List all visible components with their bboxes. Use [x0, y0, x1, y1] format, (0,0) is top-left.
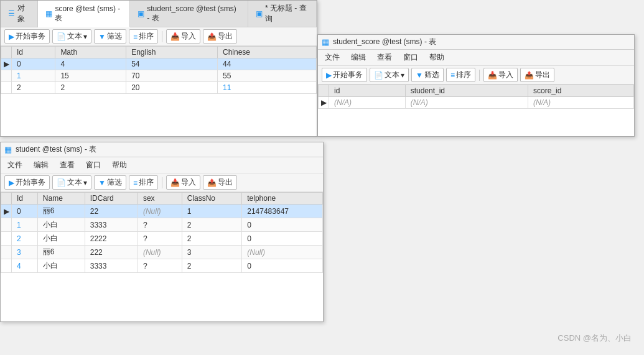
st-export-label: 导出 [218, 177, 233, 188]
ss-filter-label: 筛选 [424, 70, 439, 80]
cell-score-id: (N/A) [528, 97, 633, 109]
row-pointer: ▶ [1, 58, 12, 70]
cell-name: 小白 [37, 218, 85, 232]
row-pointer [1, 259, 12, 273]
score-table: Id Math English Chinese ▶ 0 4 54 44 1 1 [1, 46, 317, 94]
menu-file-ss[interactable]: 文件 [323, 52, 342, 63]
start-tx-label: 开始事务 [16, 31, 45, 42]
st-text-button[interactable]: 📄 文本 ▾ [52, 175, 91, 190]
export-button[interactable]: 📤 导出 [203, 29, 237, 44]
col-score-id[interactable]: score_id [528, 85, 633, 97]
table-row[interactable]: 1 15 70 55 [1, 70, 317, 82]
ss-toolbar-sep [479, 70, 480, 81]
st-export-button[interactable]: 📤 导出 [203, 175, 237, 190]
ss-text-dropdown-icon: ▾ [401, 71, 404, 80]
row-pointer: ▶ [1, 205, 12, 218]
text-dropdown-icon: ▾ [83, 32, 87, 41]
ss-text-icon: 📄 [374, 71, 383, 80]
start-tx-button[interactable]: ▶ 开始事务 [4, 29, 50, 44]
cell-sex: (Null) [138, 205, 182, 218]
ss-sort-button[interactable]: ≡ 排序 [446, 68, 475, 82]
cell-classno: 2 [182, 259, 242, 273]
filter-button[interactable]: ▼ 筛选 [94, 29, 126, 44]
col-telphone[interactable]: telphone [242, 193, 323, 205]
menu-help-st[interactable]: 帮助 [110, 159, 129, 171]
menu-view-st[interactable]: 查看 [58, 159, 77, 171]
cell-telphone: (Null) [242, 246, 323, 259]
export-icon: 📤 [207, 32, 217, 41]
cell-idcard: 2222 [85, 232, 138, 246]
table-row[interactable]: 1 小白 3333 ? 2 0 [1, 218, 323, 232]
text-label: 文本 [67, 31, 82, 42]
ss-export-button[interactable]: 📤 导出 [520, 68, 554, 82]
col-english[interactable]: English [126, 47, 218, 58]
sort-button[interactable]: ≡ 排序 [129, 29, 158, 44]
ss-start-tx-label: 开始事务 [333, 70, 363, 80]
cell-id-st: 2 [12, 232, 38, 246]
tab-query[interactable]: ▣ * 无标题 - 查询 [248, 1, 317, 27]
col-pointer-st [1, 193, 12, 205]
student-table-container: Id Name IDCard sex ClassNo telphone ▶ 0 … [1, 192, 323, 321]
ss-filter-button[interactable]: ▼ 筛选 [411, 68, 444, 82]
table-row[interactable]: 2 2 20 11 [1, 82, 317, 94]
col-idcard[interactable]: IDCard [85, 193, 138, 205]
st-toolbar-sep [162, 177, 162, 188]
col-id-ss[interactable]: id [329, 85, 406, 97]
table-row[interactable]: ▶ 0 丽6 22 (Null) 1 2147483647 [1, 205, 323, 218]
ss-text-button[interactable]: 📄 文本 ▾ [370, 68, 409, 82]
col-student-id[interactable]: student_id [405, 85, 528, 97]
col-name[interactable]: Name [37, 193, 85, 205]
col-chinese[interactable]: Chinese [217, 47, 316, 58]
ss-sort-label: 排序 [456, 70, 471, 80]
ss-start-tx-button[interactable]: ▶ 开始事务 [322, 68, 367, 82]
tab-student-score[interactable]: ▣ student_score @test (sms) - 表 [130, 1, 248, 27]
row-pointer [1, 218, 12, 232]
tab-objects[interactable]: ☰ 对象 [1, 1, 38, 27]
score-tab-bar[interactable]: ☰ 对象 ▦ score @test (sms) - 表 ▣ student_s… [1, 1, 317, 27]
table-row[interactable]: ▶ (N/A) (N/A) (N/A) [319, 97, 634, 109]
menu-file-st[interactable]: 文件 [6, 159, 24, 171]
cell-chinese: 44 [217, 58, 316, 70]
col-math[interactable]: Math [55, 47, 126, 58]
student-window: ▦ student @test (sms) - 表 文件 编辑 查看 窗口 帮助… [0, 142, 324, 322]
tab-score[interactable]: ▦ score @test (sms) - 表 [38, 1, 130, 27]
start-tx-icon: ▶ [9, 32, 14, 41]
st-sort-button[interactable]: ≡ 排序 [129, 175, 158, 190]
ss-import-button[interactable]: 📥 导入 [483, 68, 518, 82]
student-score-table: id student_id score_id ▶ (N/A) (N/A) (N/… [318, 85, 634, 109]
cell-name: 小白 [37, 259, 85, 273]
st-start-tx-button[interactable]: ▶ 开始事务 [4, 175, 50, 190]
query-icon: ▣ [256, 9, 263, 18]
menu-window-st[interactable]: 窗口 [84, 159, 103, 171]
sort-icon: ≡ [133, 32, 138, 41]
student-score-window-icon: ▦ [322, 37, 329, 47]
col-id-score[interactable]: Id [12, 47, 55, 58]
table-row[interactable]: ▶ 0 4 54 44 [1, 58, 317, 70]
col-id-st[interactable]: Id [12, 193, 38, 205]
tab-student-score-label: student_score @test (sms) - 表 [147, 4, 240, 24]
student-menu: 文件 编辑 查看 窗口 帮助 [1, 157, 323, 173]
table-row[interactable]: 4 小白 3333 ? 2 0 [1, 259, 323, 273]
table-row[interactable]: 3 丽6 222 (Null) 3 (Null) [1, 246, 323, 259]
st-start-tx-icon: ▶ [9, 178, 14, 187]
st-import-icon: 📥 [170, 178, 180, 187]
menu-edit-st[interactable]: 编辑 [32, 159, 50, 171]
table-row[interactable]: 2 小白 2222 ? 2 0 [1, 232, 323, 246]
col-sex[interactable]: sex [138, 193, 182, 205]
row-pointer [1, 246, 12, 259]
col-classno[interactable]: ClassNo [182, 193, 242, 205]
menu-help-ss[interactable]: 帮助 [427, 52, 446, 63]
cell-classno: 2 [182, 232, 242, 246]
cell-english: 54 [126, 58, 218, 70]
menu-view-ss[interactable]: 查看 [375, 52, 394, 63]
cell-telphone: 2147483647 [242, 205, 323, 218]
st-filter-button[interactable]: ▼ 筛选 [94, 175, 126, 190]
score-window: ☰ 对象 ▦ score @test (sms) - 表 ▣ student_s… [0, 0, 317, 137]
cell-classno: 1 [182, 205, 242, 218]
menu-window-ss[interactable]: 窗口 [401, 52, 420, 63]
st-import-button[interactable]: 📥 导入 [166, 175, 200, 190]
text-button[interactable]: 📄 文本 ▾ [52, 29, 91, 44]
import-button[interactable]: 📥 导入 [166, 29, 200, 44]
menu-edit-ss[interactable]: 编辑 [349, 52, 368, 63]
text-icon: 📄 [57, 32, 66, 41]
